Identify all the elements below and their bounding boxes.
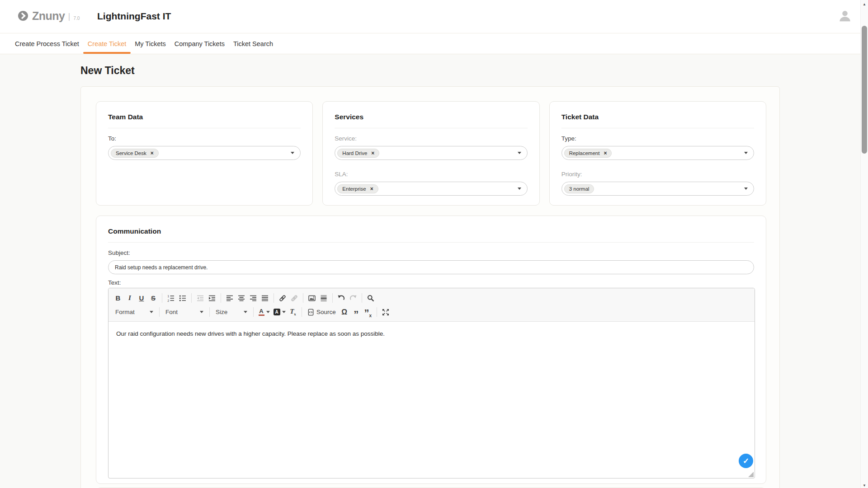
font-dropdown-label: Font	[165, 309, 178, 315]
source-button-label: Source	[316, 309, 336, 315]
to-select[interactable]: Service Desk ×	[108, 146, 301, 160]
chevron-down-icon	[291, 152, 294, 154]
remove-tag-icon[interactable]: ×	[151, 150, 154, 156]
editor-body-text: Our raid configuration needs new drives …	[116, 330, 385, 337]
scroll-up-icon[interactable]: ▲	[861, 0, 868, 8]
toolbar-separator	[274, 293, 274, 303]
confirm-check-button[interactable]: ✓	[739, 454, 753, 468]
italic-icon[interactable]: I	[124, 292, 136, 304]
check-icon: ✓	[743, 456, 749, 466]
svg-text:2: 2	[168, 299, 170, 301]
align-right-icon[interactable]	[247, 292, 259, 304]
strikethrough-icon[interactable]: S	[147, 292, 159, 304]
indent-icon[interactable]	[206, 292, 218, 304]
background-color-icon[interactable]: A	[272, 306, 287, 318]
tab-my-tickets[interactable]: My Tickets	[135, 33, 165, 54]
priority-label: Priority:	[561, 171, 754, 178]
service-label: Service:	[335, 135, 527, 142]
toolbar-separator	[362, 293, 362, 303]
format-dropdown[interactable]: Format	[112, 306, 156, 318]
brand-logo[interactable]: Znuny | 7.0	[17, 10, 80, 22]
vertical-scrollbar[interactable]: ▲ ▼	[860, 0, 868, 488]
remove-tag-icon[interactable]: ×	[604, 150, 607, 156]
tab-label: Ticket Search	[233, 40, 273, 47]
align-center-icon[interactable]	[236, 292, 247, 304]
app-header: Znuny | 7.0 LightningFast IT	[0, 0, 868, 33]
source-button[interactable]: Source	[305, 306, 339, 318]
rich-text-editor: B I U S 1 2	[108, 288, 755, 479]
tag-label: Service Desk	[116, 150, 146, 156]
text-color-icon[interactable]: A	[256, 306, 272, 318]
resize-handle-icon[interactable]	[748, 472, 754, 477]
card-title: Services	[335, 113, 527, 121]
toolbar-separator	[332, 293, 333, 303]
subject-input[interactable]	[108, 260, 754, 274]
card-title: Communication	[108, 227, 754, 235]
bulleted-list-icon[interactable]	[177, 292, 189, 304]
type-label: Type:	[561, 135, 754, 142]
horizontal-rule-icon[interactable]	[318, 292, 330, 304]
card-title: Ticket Data	[561, 113, 754, 121]
tab-create-ticket[interactable]: Create Ticket	[88, 33, 126, 54]
justify-icon[interactable]	[259, 292, 271, 304]
toolbar-separator	[303, 293, 303, 303]
editor-content-area[interactable]: Our raid configuration needs new drives …	[108, 322, 755, 478]
divider	[561, 128, 754, 128]
user-avatar-icon[interactable]	[838, 9, 852, 23]
service-select[interactable]: Hard Drive ×	[335, 146, 527, 160]
toolbar-row-1: B I U S 1 2	[112, 291, 751, 305]
sla-select[interactable]: Enterprise ×	[335, 182, 527, 196]
ticket-data-card: Ticket Data Type: Replacement × Priority…	[549, 101, 766, 206]
remove-tag-icon[interactable]: ×	[370, 186, 373, 192]
portal-title: LightningFast IT	[97, 11, 171, 22]
underline-icon[interactable]: U	[136, 292, 147, 304]
chevron-down-icon	[518, 188, 521, 190]
link-icon[interactable]	[277, 292, 288, 304]
priority-select[interactable]: 3 normal	[561, 182, 754, 196]
special-character-icon[interactable]: Ω	[339, 306, 350, 318]
font-dropdown[interactable]: Font	[162, 306, 207, 318]
maximize-icon[interactable]	[380, 306, 392, 318]
tag-label: Replacement	[569, 150, 600, 156]
remove-tag-icon[interactable]: ×	[371, 150, 374, 156]
bold-icon[interactable]: B	[112, 292, 124, 304]
size-dropdown-label: Size	[216, 309, 227, 315]
undo-icon[interactable]	[335, 292, 347, 304]
chevron-down-icon	[744, 188, 748, 190]
tab-create-process-ticket[interactable]: Create Process Ticket	[15, 33, 79, 54]
source-document-icon	[307, 309, 314, 316]
remove-format-icon[interactable]: Tx	[287, 306, 299, 318]
find-icon[interactable]	[365, 292, 377, 304]
align-left-icon[interactable]	[224, 292, 236, 304]
size-dropdown[interactable]: Size	[212, 306, 250, 318]
scroll-down-icon[interactable]: ▼	[861, 482, 868, 488]
format-dropdown-label: Format	[115, 309, 135, 315]
brand-name: Znuny	[32, 10, 65, 22]
numbered-list-icon[interactable]: 1 2	[165, 292, 177, 304]
page-title: New Ticket	[80, 65, 135, 77]
tab-ticket-search[interactable]: Ticket Search	[233, 33, 273, 54]
text-label: Text:	[108, 279, 754, 286]
to-label: To:	[108, 135, 301, 142]
cards-row: Team Data To: Service Desk × Services Se…	[96, 101, 766, 206]
chevron-down-icon	[244, 311, 247, 313]
chevron-down-icon	[200, 311, 203, 313]
divider	[108, 128, 301, 128]
editor-toolbar: B I U S 1 2	[108, 288, 755, 322]
tab-label: Company Tickets	[175, 40, 225, 47]
sla-label: SLA:	[335, 171, 527, 178]
remove-quote-icon[interactable]: ”x	[362, 306, 374, 318]
type-select[interactable]: Replacement ×	[561, 146, 754, 160]
toolbar-separator	[159, 307, 160, 317]
scrollbar-thumb[interactable]	[862, 26, 867, 154]
form-container: Team Data To: Service Desk × Services Se…	[80, 86, 780, 488]
chevron-down-icon	[744, 152, 748, 154]
insert-quote-icon[interactable]: ”	[350, 306, 362, 318]
tag-label: 3 normal	[569, 186, 590, 192]
image-icon[interactable]	[306, 292, 318, 304]
selected-tag: Hard Drive ×	[337, 149, 379, 158]
tag-label: Enterprise	[342, 186, 366, 192]
divider	[108, 242, 754, 243]
brand-separator: |	[68, 11, 71, 22]
tab-company-tickets[interactable]: Company Tickets	[175, 33, 225, 54]
